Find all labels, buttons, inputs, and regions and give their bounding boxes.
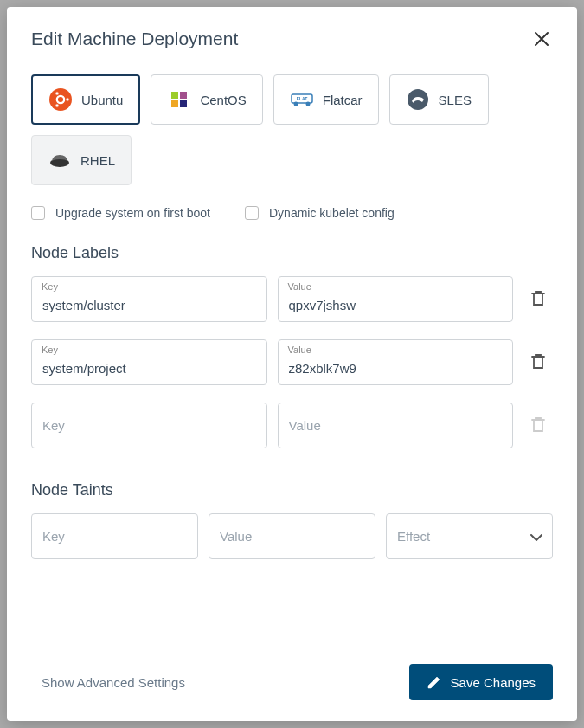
centos-icon (167, 87, 191, 112)
os-option-ubuntu[interactable]: Ubuntu (31, 74, 140, 125)
os-label: SLES (439, 93, 472, 107)
field-label: Key (42, 345, 58, 355)
svg-point-11 (305, 102, 310, 106)
trash-icon (530, 416, 546, 433)
checkbox-box[interactable] (245, 206, 259, 220)
os-option-sles[interactable]: SLES (389, 74, 489, 125)
checkbox-upgrade[interactable]: Upgrade system on first boot (31, 206, 210, 220)
os-option-rhel[interactable]: RHEL (31, 135, 132, 185)
trash-icon (530, 352, 546, 370)
os-option-flatcar[interactable]: FLAT Flatcar (273, 74, 379, 125)
value-field (278, 403, 514, 448)
value-input[interactable] (278, 403, 514, 448)
section-title: Node Labels (31, 244, 553, 262)
os-selection-grid: Ubuntu CentOS FLAT Flatcar SLES RHEL (31, 74, 553, 185)
edit-deployment-modal: Edit Machine Deployment Ubuntu CentOS FL… (7, 7, 577, 721)
os-option-centos[interactable]: CentOS (151, 74, 262, 125)
checkbox-label: Upgrade system on first boot (55, 206, 210, 220)
field-label: Value (288, 281, 311, 292)
checkbox-dynamic-kubelet[interactable]: Dynamic kubelet config (245, 206, 395, 220)
sles-icon (406, 87, 430, 112)
key-field (31, 403, 267, 448)
key-input[interactable] (31, 276, 267, 322)
taint-value-field (209, 513, 375, 559)
taint-key-input[interactable] (31, 513, 198, 559)
svg-rect-5 (171, 92, 178, 99)
taint-effect-select[interactable]: Effect (386, 513, 553, 559)
value-input[interactable] (278, 276, 514, 322)
svg-rect-7 (171, 100, 178, 107)
pencil-icon (427, 674, 442, 690)
section-title: Node Taints (31, 481, 553, 499)
value-input[interactable] (278, 339, 514, 385)
save-button-label: Save Changes (451, 675, 536, 690)
key-field: Key (31, 276, 267, 322)
value-field: Value (278, 339, 514, 385)
svg-point-4 (55, 104, 59, 107)
close-icon (534, 31, 549, 47)
trash-icon (530, 289, 546, 306)
svg-point-3 (55, 92, 59, 95)
label-row: Key Value (31, 339, 553, 385)
ubuntu-icon (48, 87, 73, 112)
show-advanced-button[interactable]: Show Advanced Settings (31, 668, 196, 697)
modal-header: Edit Machine Deployment (31, 28, 553, 50)
taint-effect-field: Effect (386, 513, 553, 559)
os-label: CentOS (200, 93, 246, 107)
value-field: Value (278, 276, 514, 322)
svg-point-10 (293, 102, 298, 106)
field-label: Key (42, 281, 58, 292)
svg-text:FLAT: FLAT (297, 96, 307, 101)
close-button[interactable] (530, 28, 553, 50)
taint-value-input[interactable] (209, 513, 375, 559)
checkbox-label: Dynamic kubelet config (269, 206, 395, 220)
checkbox-box[interactable] (31, 206, 45, 220)
node-taints-section: Node Taints Effect (31, 481, 553, 559)
modal-title: Edit Machine Deployment (31, 29, 238, 49)
field-label: Value (288, 345, 311, 355)
os-label: Ubuntu (81, 93, 123, 107)
taint-row: Effect (31, 513, 553, 559)
taint-key-field (31, 513, 198, 559)
os-label: Flatcar (323, 93, 363, 107)
label-row-empty (31, 403, 553, 448)
svg-point-2 (66, 98, 69, 101)
flatcar-icon: FLAT (290, 87, 314, 112)
key-field: Key (31, 339, 267, 385)
save-changes-button[interactable]: Save Changes (409, 664, 553, 700)
label-row: Key Value (31, 276, 553, 322)
svg-rect-6 (180, 92, 187, 99)
key-input[interactable] (31, 339, 267, 385)
modal-footer: Show Advanced Settings Save Changes (31, 647, 553, 700)
svg-rect-8 (180, 100, 187, 107)
checkbox-row: Upgrade system on first boot Dynamic kub… (31, 206, 553, 220)
rhel-icon (48, 148, 72, 172)
delete-label-button (523, 409, 553, 442)
os-label: RHEL (80, 153, 115, 168)
delete-label-button[interactable] (523, 345, 553, 379)
key-input[interactable] (31, 403, 267, 448)
delete-label-button[interactable] (523, 282, 553, 316)
node-labels-section: Node Labels Key Value Key Value (31, 244, 553, 466)
